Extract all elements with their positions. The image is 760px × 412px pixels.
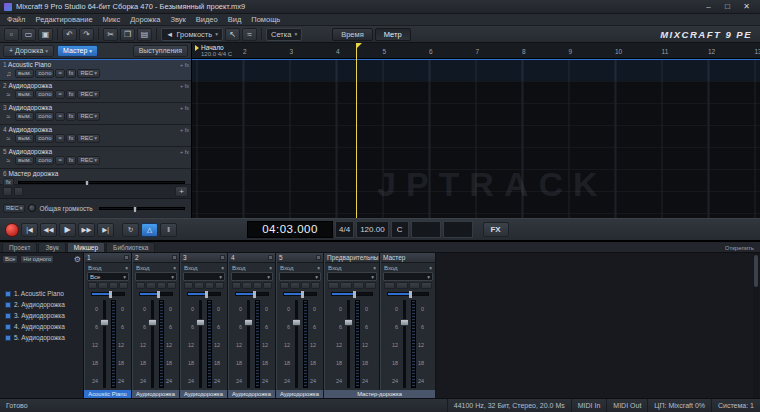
loop-button[interactable]: ↻ <box>122 223 139 237</box>
input-select[interactable]: ▾ <box>231 272 273 281</box>
strip-fx-button[interactable] <box>311 282 320 289</box>
open-file-icon[interactable]: ▭ <box>21 28 36 41</box>
waveform-icon[interactable]: ≈ <box>3 112 14 121</box>
input-select[interactable]: Все▾ <box>87 272 129 281</box>
strip-arm-button[interactable] <box>353 282 364 289</box>
input-section-header[interactable]: Вход▾ <box>325 263 379 272</box>
start-marker[interactable]: Начало <box>195 44 224 51</box>
tab-project[interactable]: Проект <box>2 242 37 252</box>
meter-display-toggle[interactable]: Метр <box>375 28 411 41</box>
strip-arm-button[interactable] <box>205 282 214 289</box>
input-select[interactable]: ▾ <box>135 272 177 281</box>
strip-label-3[interactable]: Аудиодорожка <box>180 390 228 398</box>
undo-icon[interactable]: ↶ <box>62 28 77 41</box>
volume-fader[interactable] <box>292 300 301 388</box>
pan-slider[interactable] <box>283 292 317 296</box>
strip-label-master[interactable]: Мастер-дорожка <box>324 390 436 398</box>
pan-slider[interactable] <box>139 292 173 296</box>
track-fx-slot[interactable]: + fx <box>180 105 189 111</box>
volume-fader[interactable] <box>100 300 109 388</box>
menu-video[interactable]: Видео <box>192 15 222 24</box>
redo-icon[interactable]: ↷ <box>79 28 94 41</box>
arm-record-button[interactable]: REC ▾ <box>77 90 99 99</box>
strip-mute-button[interactable] <box>88 282 97 289</box>
waveform-icon[interactable]: ≈ <box>3 134 14 143</box>
input-section-header[interactable]: Вход▾ <box>277 263 323 272</box>
strip-arm-button[interactable] <box>157 282 166 289</box>
time-display[interactable]: 04:03.000 <box>247 221 333 238</box>
rewind-button[interactable]: ◀◀ <box>40 223 57 237</box>
punch-out-display[interactable] <box>443 221 473 238</box>
strip-fx-button[interactable] <box>215 282 224 289</box>
strip-arm-button[interactable] <box>109 282 118 289</box>
list-view-icon[interactable] <box>3 187 12 196</box>
maximize-button[interactable]: □ <box>718 0 737 13</box>
automation-icon[interactable]: ≈ <box>55 112 64 121</box>
track-fx-slot[interactable]: + fx <box>180 149 189 155</box>
levels-button[interactable]: ‖ <box>160 223 177 237</box>
fx-button[interactable]: fx <box>66 69 77 78</box>
detach-panel-button[interactable]: Открепить <box>725 245 758 252</box>
go-to-end-button[interactable]: ▶| <box>97 223 114 237</box>
master-fx-button[interactable]: FX <box>483 222 509 237</box>
pan-slider[interactable] <box>331 292 373 296</box>
strip-options-icon[interactable] <box>268 255 273 260</box>
strip-solo-button[interactable] <box>194 282 203 289</box>
menu-mix[interactable]: Микс <box>99 15 125 24</box>
input-section-header[interactable]: Вход▾ <box>381 263 435 272</box>
track-fx-slot[interactable]: + fx <box>180 83 189 89</box>
tab-library[interactable]: Библиотека <box>106 242 155 252</box>
fx-button[interactable]: fx <box>66 156 77 165</box>
show-all-button[interactable]: Все <box>2 255 18 264</box>
input-section-header[interactable]: Вход▾ <box>133 263 179 272</box>
paste-icon[interactable]: ▤ <box>137 28 152 41</box>
strip-mute-button[interactable] <box>232 282 241 289</box>
timeline-ruler[interactable]: Начало 120.0 4/4 C 2345678910111213 <box>192 43 760 59</box>
fx-button[interactable]: fx <box>66 112 77 121</box>
strip-mute-button[interactable] <box>328 282 339 289</box>
input-select[interactable]: ▾ <box>327 272 377 281</box>
automation-icon[interactable]: ≈ <box>55 69 64 78</box>
menu-help[interactable]: Помощь <box>247 15 284 24</box>
solo-button[interactable]: соло <box>35 112 54 121</box>
envelope-tool-icon[interactable]: ≈ <box>242 28 257 41</box>
track-row-3[interactable]: + fx 3 Аудиодорожка ≈ вым. соло ≈ fx REC… <box>0 103 191 125</box>
scrollbar-thumb[interactable] <box>754 255 758 287</box>
strip-label-1[interactable]: Acoustic Piano <box>84 390 132 398</box>
volume-fader[interactable] <box>244 300 253 388</box>
key-display[interactable]: C <box>391 221 409 238</box>
metronome-button[interactable]: △ <box>141 223 158 237</box>
volume-fader[interactable] <box>400 300 409 388</box>
track-fx-slot[interactable]: + fx <box>180 62 189 68</box>
strip-fx-button[interactable] <box>167 282 176 289</box>
strip-label-5[interactable]: Аудиодорожка <box>276 390 324 398</box>
master-track-volume-slider[interactable] <box>18 181 185 184</box>
strip-solo-button[interactable] <box>290 282 299 289</box>
gear-icon[interactable]: ⚙ <box>74 255 81 264</box>
sidebar-track-1[interactable]: 1. Acoustic Piano <box>2 288 81 299</box>
new-file-icon[interactable]: ▫ <box>4 28 19 41</box>
add-lane-button[interactable]: + <box>175 186 188 197</box>
strip-fx-button[interactable] <box>365 282 376 289</box>
menu-file[interactable]: Файл <box>3 15 29 24</box>
mute-button[interactable]: вым. <box>15 112 34 121</box>
master-volume-slider[interactable] <box>99 207 185 210</box>
strip-options-icon[interactable] <box>220 255 225 260</box>
strip-label-4[interactable]: Аудиодорожка <box>228 390 276 398</box>
sidebar-track-2[interactable]: 2. Аудиодорожка <box>2 299 81 310</box>
play-button[interactable]: ▶ <box>59 223 76 237</box>
input-section-header[interactable]: Вход▾ <box>181 263 227 272</box>
track-row-1[interactable]: + fx 1 Acoustic Piano ♫ вым. соло ≈ fx R… <box>0 59 191 81</box>
link-icon[interactable] <box>14 187 23 196</box>
go-to-start-button[interactable]: |◀ <box>21 223 38 237</box>
cut-icon[interactable]: ✂ <box>103 28 118 41</box>
arm-record-button[interactable]: REC ▾ <box>77 134 99 143</box>
menu-track[interactable]: Дорожка <box>126 15 164 24</box>
input-section-header[interactable]: Вход▾ <box>229 263 275 272</box>
cursor-tool-icon[interactable]: ↖ <box>225 28 240 41</box>
strip-arm-button[interactable] <box>301 282 310 289</box>
strip-mute-button[interactable] <box>136 282 145 289</box>
fx-button[interactable]: fx <box>66 90 77 99</box>
track-row-5[interactable]: + fx 5 Аудиодорожка ≈ вым. соло ≈ fx REC… <box>0 147 191 169</box>
tab-sound[interactable]: Звук <box>38 242 65 252</box>
